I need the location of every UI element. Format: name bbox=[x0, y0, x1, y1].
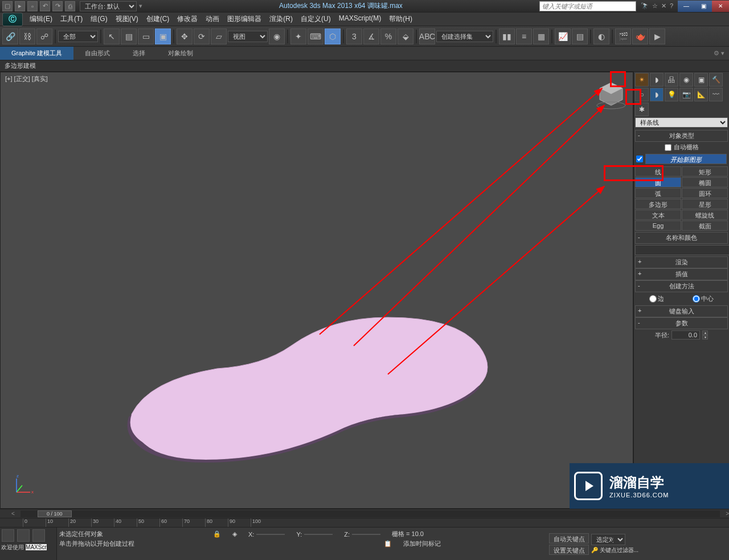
menu-group[interactable]: 组(G) bbox=[91, 14, 107, 24]
arc-button[interactable]: 弧 bbox=[635, 188, 681, 198]
spline-type-dropdown[interactable]: 样条线 bbox=[635, 117, 728, 128]
render-frame-icon[interactable]: 🫖 bbox=[632, 28, 648, 44]
snap-3d-icon[interactable]: 3 bbox=[346, 28, 362, 44]
reference-dropdown[interactable]: 视图 bbox=[228, 31, 268, 42]
create-tab-icon[interactable]: ✴ bbox=[635, 73, 649, 87]
helpers-subtab-icon[interactable]: 📐 bbox=[694, 88, 708, 101]
lock-icon[interactable]: 🔒 bbox=[213, 530, 221, 538]
new-icon[interactable]: ▢ bbox=[2, 1, 13, 11]
modify-tab-icon[interactable]: ◗ bbox=[650, 73, 664, 87]
geometry-subtab-icon[interactable]: ○ bbox=[635, 88, 649, 101]
selection-filter-dropdown[interactable]: 全部 bbox=[58, 31, 98, 42]
time-slider-handle[interactable]: 0 / 100 bbox=[38, 510, 72, 517]
menu-modifier[interactable]: 修改器 bbox=[177, 14, 198, 24]
schematic-icon[interactable]: ▤ bbox=[572, 28, 588, 44]
donut-button[interactable]: 圆环 bbox=[682, 188, 728, 198]
snap-toggle-icon[interactable]: ⬡ bbox=[325, 28, 341, 44]
tool-icon[interactable]: ✕ bbox=[661, 2, 666, 10]
link-icon[interactable]: ⎙ bbox=[65, 1, 75, 11]
menu-view[interactable]: 视图(V) bbox=[116, 14, 138, 24]
menu-tools[interactable]: 工具(T) bbox=[60, 14, 83, 24]
params-rollout[interactable]: -参数 bbox=[635, 317, 728, 329]
name-color-rollout[interactable]: -名称和颜色 bbox=[635, 232, 728, 244]
curve-editor-icon[interactable]: 📈 bbox=[555, 28, 571, 44]
motion-tab-icon[interactable]: ◉ bbox=[679, 73, 693, 87]
workspace-selector[interactable]: 工作台: 默认 ▾ bbox=[80, 1, 142, 11]
display-tab-icon[interactable]: ▣ bbox=[694, 73, 708, 87]
object-name-input[interactable] bbox=[635, 245, 729, 255]
rotate-tool-icon[interactable]: ⟳ bbox=[194, 28, 210, 44]
search-input[interactable] bbox=[539, 1, 636, 11]
percent-snap-icon[interactable]: % bbox=[380, 28, 396, 44]
material-editor-icon[interactable]: ◐ bbox=[593, 28, 609, 44]
object-type-rollout[interactable]: -对象类型 bbox=[635, 130, 728, 142]
menu-create[interactable]: 创建(C) bbox=[146, 14, 170, 24]
edit-named-icon[interactable]: АВС bbox=[419, 28, 435, 44]
select-tool-icon[interactable]: ↖ bbox=[104, 28, 120, 44]
selected-dropdown[interactable]: 选定对 bbox=[591, 534, 625, 545]
minimize-button[interactable]: — bbox=[678, 1, 695, 12]
viewport[interactable]: [+] [正交] [真实] x z bbox=[0, 72, 633, 509]
window-crossing-icon[interactable]: ▣ bbox=[155, 28, 171, 44]
helix-button[interactable]: 螺旋线 bbox=[682, 210, 728, 220]
text-button[interactable]: 文本 bbox=[635, 210, 681, 220]
ribbon-tab-paint[interactable]: 对象绘制 bbox=[157, 47, 204, 60]
save-icon[interactable]: ▫ bbox=[27, 1, 38, 11]
subribbon-label[interactable]: 多边形建模 bbox=[5, 62, 36, 70]
select-manipulate-icon[interactable]: ✦ bbox=[290, 28, 306, 44]
ngon-button[interactable]: 多边形 bbox=[635, 199, 681, 209]
radius-input[interactable] bbox=[671, 330, 700, 340]
redo-icon[interactable]: ↷ bbox=[52, 1, 63, 11]
ribbon-tab-selection[interactable]: 选择 bbox=[121, 47, 157, 60]
z-coord[interactable] bbox=[352, 534, 380, 535]
workspace-dropdown[interactable]: 工作台: 默认 bbox=[80, 1, 137, 11]
ribbon-collapse-icon[interactable]: ⚙ ▾ bbox=[714, 50, 729, 57]
tag-icon[interactable]: 📋 bbox=[384, 540, 392, 547]
maximize-button[interactable]: ▣ bbox=[695, 1, 712, 12]
create-method-rollout[interactable]: -创建方法 bbox=[635, 280, 728, 292]
mini-btn-3[interactable] bbox=[32, 529, 45, 542]
lights-subtab-icon[interactable]: 💡 bbox=[665, 88, 678, 101]
autokey-button[interactable]: 自动关键点 bbox=[549, 533, 589, 543]
layer-icon[interactable]: ▦ bbox=[533, 28, 549, 44]
app-logo-button[interactable]: Ⓒ bbox=[2, 13, 23, 26]
render-setup-icon[interactable]: 🎬 bbox=[615, 28, 631, 44]
menu-maxscript[interactable]: MAXScript(M) bbox=[339, 14, 382, 24]
ribbon-tab-graphite[interactable]: Graphite 建模工具 bbox=[0, 47, 73, 60]
bind-tool-icon[interactable]: ☍ bbox=[36, 28, 52, 44]
interpolation-rollout[interactable]: +插值 bbox=[635, 268, 728, 280]
rectangle-button[interactable]: 矩形 bbox=[682, 166, 728, 177]
time-slider-track[interactable]: 0 / 100 bbox=[21, 510, 720, 517]
mini-btn-2[interactable] bbox=[17, 529, 30, 542]
timeline-ruler[interactable]: 0 10 20 30 40 50 60 70 80 90 100 bbox=[0, 518, 729, 528]
coord-icon[interactable]: ◈ bbox=[232, 530, 237, 538]
menu-help[interactable]: 帮助(H) bbox=[389, 14, 412, 24]
center-radio[interactable]: 中心 bbox=[693, 295, 714, 303]
ellipse-button[interactable]: 椭圆 bbox=[682, 177, 728, 187]
star-icon[interactable]: ☆ bbox=[652, 2, 658, 10]
link-tool-icon[interactable]: 🔗 bbox=[2, 28, 18, 44]
keyboard-shortcut-icon[interactable]: ⌨ bbox=[308, 28, 323, 44]
viewcube-icon[interactable] bbox=[594, 77, 628, 111]
angle-snap-icon[interactable]: ∡ bbox=[363, 28, 379, 44]
scale-tool-icon[interactable]: ▱ bbox=[211, 28, 227, 44]
menu-animation[interactable]: 动画 bbox=[206, 14, 219, 24]
help-icon[interactable]: ? bbox=[670, 2, 673, 10]
open-icon[interactable]: ▸ bbox=[15, 1, 25, 11]
binoculars-icon[interactable]: 🔭 bbox=[641, 2, 649, 10]
viewport-label[interactable]: [+] [正交] [真实] bbox=[5, 75, 48, 83]
line-button[interactable]: 线 bbox=[635, 166, 681, 177]
spinner-snap-icon[interactable]: ⬙ bbox=[398, 28, 413, 44]
select-name-icon[interactable]: ▤ bbox=[121, 28, 137, 44]
section-button[interactable]: 截面 bbox=[682, 220, 728, 231]
viewport-object[interactable] bbox=[114, 312, 502, 471]
keyboard-entry-rollout[interactable]: +键盘输入 bbox=[635, 305, 728, 317]
select-region-icon[interactable]: ▭ bbox=[138, 28, 154, 44]
mini-btn-1[interactable] bbox=[2, 529, 14, 542]
move-tool-icon[interactable]: ✥ bbox=[177, 28, 193, 44]
cameras-subtab-icon[interactable]: 📷 bbox=[679, 88, 693, 101]
systems-subtab-icon[interactable]: ✱ bbox=[635, 103, 649, 116]
menu-render[interactable]: 渲染(R) bbox=[269, 14, 293, 24]
utilities-tab-icon[interactable]: 🔨 bbox=[709, 73, 723, 87]
x-coord[interactable] bbox=[256, 534, 285, 535]
